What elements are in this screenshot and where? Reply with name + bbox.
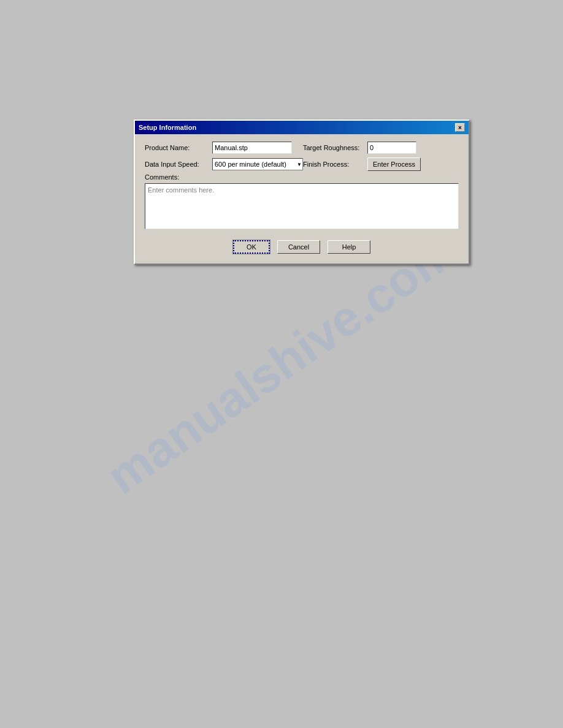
watermark-text: manualshive.com	[97, 223, 467, 505]
watermark: manualshive.com	[0, 0, 563, 728]
enter-process-button[interactable]: Enter Process	[367, 157, 421, 171]
dialog-title: Setup Information	[139, 124, 196, 131]
data-input-speed-group: Data Input Speed: 600 per minute (defaul…	[145, 157, 303, 171]
comments-section: Comments: Enter comments here.	[145, 173, 459, 230]
help-button[interactable]: Help	[327, 240, 370, 254]
target-roughness-input[interactable]	[367, 142, 416, 154]
data-input-speed-select[interactable]: 600 per minute (default) 300 per minute …	[212, 158, 303, 170]
setup-information-dialog: Setup Information × Product Name: Target…	[134, 119, 470, 265]
target-roughness-group: Target Roughness:	[303, 142, 459, 154]
data-input-speed-label: Data Input Speed:	[145, 161, 212, 168]
button-row: OK Cancel Help	[145, 240, 459, 254]
product-name-group: Product Name:	[145, 142, 303, 154]
title-bar: Setup Information ×	[135, 121, 469, 134]
product-name-label: Product Name:	[145, 144, 212, 151]
comments-label: Comments:	[145, 173, 459, 181]
target-roughness-label: Target Roughness:	[303, 144, 367, 151]
finish-process-group: Finish Process: Enter Process	[303, 157, 459, 171]
finish-process-label: Finish Process:	[303, 161, 367, 168]
dialog-content: Product Name: Target Roughness: Data Inp…	[135, 134, 469, 264]
cancel-button[interactable]: Cancel	[277, 240, 320, 254]
fields-container: Product Name: Target Roughness: Data Inp…	[145, 142, 459, 171]
data-input-speed-select-wrapper: 600 per minute (default) 300 per minute …	[212, 158, 303, 170]
close-button[interactable]: ×	[455, 123, 465, 132]
ok-button[interactable]: OK	[233, 240, 270, 254]
comments-textarea[interactable]: Enter comments here.	[145, 183, 459, 229]
product-name-input[interactable]	[212, 142, 292, 154]
